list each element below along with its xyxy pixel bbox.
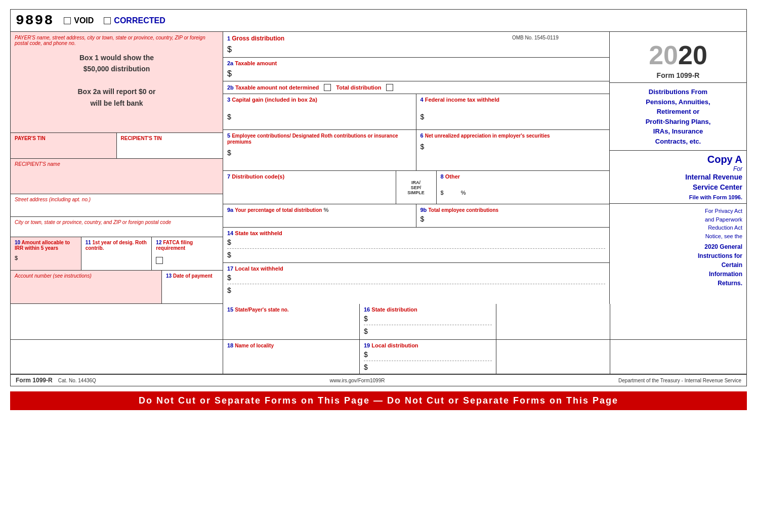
box5-label: Employee contributions/ Designated Roth … <box>227 133 398 145</box>
box8-dollar: $ <box>441 190 444 196</box>
recipient-tin-label: RECIPIENT'S TIN <box>121 136 219 141</box>
omb-year-section: 2020 Form 1099-R <box>610 32 746 83</box>
tin-row: PAYER'S TIN RECIPIENT'S TIN <box>11 133 223 159</box>
recipient-name-section: RECIPIENT'S name <box>11 159 223 194</box>
top-bar: 9898 VOID CORRECTED <box>11 10 746 32</box>
recipient-tin-cell: RECIPIENT'S TIN <box>117 133 223 158</box>
main-grid: PAYER'S name, street address, city or to… <box>11 32 746 304</box>
box8-cell: 8 Other $ % <box>437 171 610 204</box>
for-label: For <box>614 165 742 172</box>
total-dist-checkbox[interactable] <box>386 84 393 91</box>
box19-dollar2: $ <box>364 363 492 371</box>
payer-address-label: PAYER'S name, street address, city or to… <box>15 35 219 46</box>
box7-8-row: 7 Distribution code(s) IRA/SEP/SIMPLE 8 … <box>223 171 609 204</box>
box6-label: Net unrealized appreciation in employer'… <box>425 133 550 139</box>
dashed3 <box>364 325 492 325</box>
state-spacer1 <box>11 304 223 339</box>
void-checkbox[interactable] <box>64 17 71 24</box>
box2a-header: 2a Taxable amount <box>227 60 605 66</box>
box18-cell: 18 Name of locality <box>223 340 360 374</box>
box13-num: 13 <box>166 273 172 279</box>
box1-num: 1 Gross distribution <box>227 35 504 42</box>
box11-cell: 11 1st year of desig. Roth contrib. <box>81 237 152 270</box>
box1-label: Gross distribution <box>232 35 284 42</box>
state-spacer2 <box>496 304 610 339</box>
city-section: City or town, state or province, country… <box>11 217 223 237</box>
state-boxes-row1: 15 State/Payer's state no. 16 State dist… <box>11 304 746 340</box>
privacy-section: For Privacy Actand PaperworkReduction Ac… <box>610 204 746 291</box>
box17-dollar1: $ <box>227 274 605 282</box>
file-with-label: File with Form 1096. <box>614 194 742 200</box>
footer-form-label: Form 1099-R Cat. No. 14436Q <box>16 377 96 384</box>
payer-example-line2: $50,000 distribution <box>15 63 219 74</box>
year-prefix: 20 <box>649 40 678 70</box>
payer-tin-label: PAYER'S TIN <box>15 136 112 141</box>
box11-title: 1st year of desig. Roth contrib. <box>86 240 147 251</box>
box17-label: Local tax withheld <box>235 265 283 272</box>
ira-sep-simple-cell: IRA/SEP/SIMPLE <box>396 171 437 204</box>
footer-bar: Form 1099-R Cat. No. 14436Q www.irs.gov/… <box>11 374 746 386</box>
box12-num: 12 <box>156 240 161 245</box>
copy-a-section: Copy A For Internal RevenueService Cente… <box>610 151 746 204</box>
local-spacer3 <box>610 340 746 374</box>
payer-example-line3: Box 2a will report $0 or <box>15 86 219 97</box>
general-instr-text: 2020 GeneralInstructions forCertainInfor… <box>614 242 742 288</box>
box14-section: 14 State tax withheld $ $ <box>223 228 609 263</box>
fatca-checkbox[interactable] <box>156 257 163 264</box>
box11-num: 11 <box>86 240 91 245</box>
box10-cell: 10 Amount allocable to IRR within 5 year… <box>11 237 81 270</box>
box17-section: 17 Local tax withheld $ $ <box>223 263 609 297</box>
box1-section: 1 Gross distribution $ OMB No. 1545-0119 <box>223 32 609 58</box>
corrected-checkbox[interactable] <box>104 17 111 24</box>
box2b-section: 2b Taxable amount not determined Total d… <box>223 81 609 94</box>
account-label: Account number (see instructions) <box>15 273 157 279</box>
box6-cell: 6 Net unrealized appreciation in employe… <box>416 130 610 170</box>
local-boxes-row: 18 Name of locality 19 Local distributio… <box>11 340 746 374</box>
box6-dollar: $ <box>420 143 606 151</box>
city-label: City or town, state or province, country… <box>15 219 219 225</box>
box19-label: Local distribution <box>371 342 418 348</box>
do-not-cut-bar: Do Not Cut or Separate Forms on This Pag… <box>10 391 747 410</box>
year-suffix: 20 <box>678 40 707 70</box>
dashed2 <box>227 284 605 284</box>
box8-label: Other <box>445 173 460 180</box>
box18-label: Name of locality <box>235 343 274 348</box>
year-section: 2020 <box>614 40 742 70</box>
account-number-cell: Account number (see instructions) <box>11 271 162 303</box>
box17-dollar2: $ <box>227 286 605 294</box>
recipient-name-label: RECIPIENT'S name <box>15 161 219 167</box>
box8-percent: % <box>461 190 466 196</box>
box12-title: FATCA filing requirement <box>156 240 193 251</box>
payer-tin-cell: PAYER'S TIN <box>11 133 117 158</box>
box5-cell: 5 Employee contributions/ Designated Rot… <box>223 130 416 170</box>
box9a-label: Your percentage of total distribution <box>235 207 322 213</box>
state-spacer3 <box>610 304 746 339</box>
copy-a-label: Copy A <box>614 154 742 165</box>
date-payment-cell: 13 Date of payment <box>162 271 223 303</box>
box2b-checkbox[interactable] <box>324 84 331 91</box>
box12-cell: 12 FATCA filing requirement <box>152 237 223 270</box>
box15-cell: 15 State/Payer's state no. <box>223 304 360 339</box>
box19-dollar1: $ <box>364 350 492 359</box>
box9b-label: Total employee contributions <box>428 207 498 213</box>
box16-dollar2: $ <box>364 327 492 335</box>
payer-example-line1: Box 1 would show the <box>15 52 219 63</box>
box-10-11-12-row: 10 Amount allocable to IRR within 5 year… <box>11 237 223 271</box>
box2a-dollar: $ <box>227 69 605 78</box>
corrected-label: CORRECTED <box>114 16 165 25</box>
dist-from-section: Distributions FromPensions, Annuities,Re… <box>610 83 746 151</box>
box12-label: 12 FATCA filing requirement <box>156 240 219 251</box>
box4-dollar: $ <box>420 113 606 121</box>
left-column: PAYER'S name, street address, city or to… <box>11 32 223 304</box>
box7-label: Distribution code(s) <box>232 173 284 180</box>
box4-label: Federal income tax withheld <box>425 97 499 103</box>
box9b-cell: 9b Total employee contributions $ <box>416 204 610 227</box>
box16-label: State distribution <box>371 306 417 313</box>
box7-cell: 7 Distribution code(s) <box>223 171 396 204</box>
box10-num: 10 <box>15 240 20 245</box>
local-spacer1 <box>11 340 223 374</box>
box2a-label: Taxable amount <box>235 60 277 66</box>
box1-cell: 1 Gross distribution $ <box>223 32 508 57</box>
box9a-cell: 9a Your percentage of total distribution… <box>223 204 416 227</box>
form-name: Form 1099-R <box>614 71 742 79</box>
